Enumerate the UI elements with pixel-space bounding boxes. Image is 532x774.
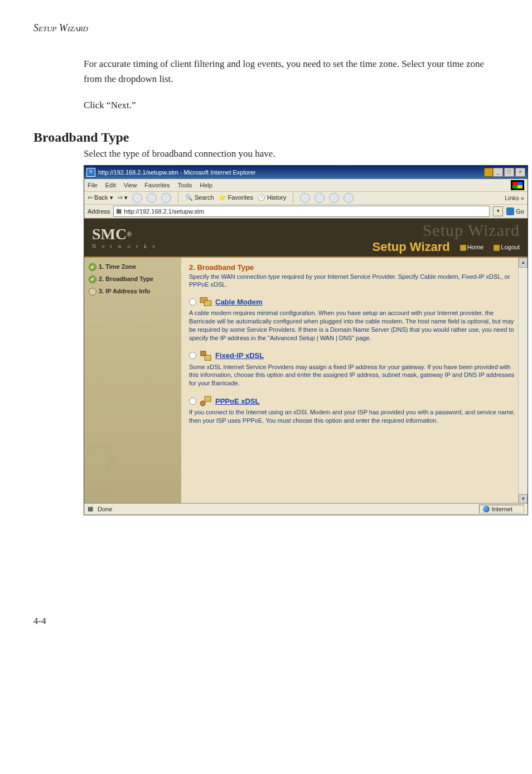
back-button[interactable]: ⇦ Back ▾: [88, 194, 113, 201]
mail-icon[interactable]: [300, 193, 310, 203]
status-zone: Internet: [479, 505, 524, 514]
menu-help[interactable]: Help: [200, 182, 212, 188]
titlebar: e http://192.168.2.1/setupw.stm - Micros…: [84, 166, 528, 179]
status-text: Done: [98, 506, 112, 512]
check-icon: [89, 263, 96, 271]
radio-fixed-ip[interactable]: [189, 352, 196, 359]
scroll-up-icon[interactable]: ▴: [519, 258, 528, 268]
svg-rect-3: [205, 355, 211, 360]
banner-ghost-title: Setup Wizard: [373, 221, 520, 240]
svg-rect-1: [204, 301, 211, 306]
page-icon: ▦: [116, 207, 122, 215]
panel-desc: Specify the WAN connection type required…: [189, 273, 515, 289]
radio-cable-modem[interactable]: [189, 298, 196, 306]
page-number: 4-4: [33, 616, 499, 627]
menu-view[interactable]: View: [124, 182, 137, 188]
section-heading: Broadband Type: [33, 130, 499, 145]
section-subtext: Select the type of broadband connection …: [84, 148, 499, 159]
check-icon: [89, 275, 96, 283]
close-button[interactable]: ×: [515, 168, 525, 177]
svg-point-5: [200, 401, 205, 406]
cable-modem-icon: [200, 296, 212, 307]
desc-pppoe: If you connect to the Internet using an …: [189, 408, 515, 425]
desc-cable-modem: A cable modem requires minimal configura…: [189, 309, 515, 342]
go-icon: [506, 207, 514, 215]
main-panel: ▴ ▾ 2. Broadband Type Specify the WAN co…: [181, 258, 528, 503]
links-label[interactable]: Links »: [505, 195, 524, 201]
radio-pppoe[interactable]: [189, 398, 196, 405]
running-header: Setup Wizard: [33, 22, 499, 34]
throbber-icon: [511, 180, 524, 190]
menubar: File Edit View Favorites Tools Help: [84, 179, 528, 192]
logout-nav-icon: [494, 245, 500, 251]
fixed-ip-icon: [200, 350, 212, 361]
step-bignum: 2: [84, 432, 120, 503]
home-nav-icon: [460, 245, 466, 251]
refresh-icon[interactable]: [147, 193, 157, 203]
logout-link[interactable]: Logout: [494, 244, 520, 250]
panel-title: 2. Broadband Type: [189, 263, 515, 272]
link-cable-modem[interactable]: Cable Modem: [215, 298, 263, 306]
home-icon[interactable]: [161, 193, 171, 203]
titlebar-accent: [484, 168, 493, 177]
favorites-button[interactable]: ⭐ Favorites: [219, 194, 253, 201]
pppoe-icon: [200, 395, 212, 407]
pending-icon: [89, 288, 96, 296]
step-2[interactable]: 2. Broadband Type: [89, 275, 177, 283]
maximize-button[interactable]: □: [504, 168, 514, 177]
forward-button[interactable]: ⇨ ▾: [118, 194, 128, 201]
page-content: SMC® N e t w o r k s Setup Wizard Setup …: [84, 219, 528, 503]
smc-logo: SMC® N e t w o r k s: [84, 225, 157, 249]
desc-fixed-ip: Some xDSL Internet Service Providers may…: [189, 363, 515, 388]
link-pppoe[interactable]: PPPoE xDSL: [215, 397, 259, 405]
banner-wizard-label: Setup Wizard: [373, 240, 450, 254]
svg-rect-4: [205, 396, 211, 401]
minimize-button[interactable]: _: [493, 168, 503, 177]
menu-favorites[interactable]: Favorites: [144, 182, 170, 188]
stop-icon[interactable]: [132, 193, 142, 203]
address-dropdown[interactable]: ▾: [493, 206, 503, 216]
internet-zone-icon: [483, 506, 490, 512]
address-label: Address: [88, 208, 110, 215]
go-button[interactable]: Go: [506, 207, 524, 215]
home-link[interactable]: Home: [460, 244, 483, 250]
addressbar: Address ▦ http://192.168.2.1/setupw.stm …: [84, 205, 528, 219]
step-1[interactable]: 1. Time Zone: [89, 263, 177, 271]
scroll-down-icon[interactable]: ▾: [519, 494, 528, 503]
intro-paragraph-2: Click “Next.”: [84, 98, 485, 113]
ie-icon: e: [86, 168, 95, 177]
browser-window: e http://192.168.2.1/setupw.stm - Micros…: [84, 165, 528, 515]
status-done-icon: ▦: [88, 505, 95, 513]
search-button[interactable]: 🔍 Search: [185, 194, 214, 201]
intro-paragraph-1: For accurate timing of client filtering …: [84, 56, 485, 86]
discuss-icon[interactable]: [344, 193, 354, 203]
address-input[interactable]: ▦ http://192.168.2.1/setupw.stm: [113, 206, 490, 217]
menu-tools[interactable]: Tools: [178, 182, 192, 188]
step-3[interactable]: 3. IP Address Info: [89, 288, 177, 296]
edit-icon[interactable]: [329, 193, 339, 203]
scrollbar[interactable]: ▴ ▾: [518, 258, 528, 503]
link-fixed-ip[interactable]: Fixed-IP xDSL: [215, 351, 264, 360]
menu-edit[interactable]: Edit: [105, 182, 116, 188]
banner: SMC® N e t w o r k s Setup Wizard Setup …: [84, 219, 528, 258]
window-title: http://192.168.2.1/setupw.stm - Microsof…: [98, 169, 482, 176]
history-button[interactable]: 🕑 History: [258, 194, 286, 201]
menu-file[interactable]: File: [88, 182, 98, 188]
wizard-sidebar: 1. Time Zone 2. Broadband Type 3. IP Add…: [84, 258, 181, 503]
statusbar: ▦ Done Internet: [84, 503, 528, 515]
print-icon[interactable]: [315, 193, 325, 203]
toolbar: ⇦ Back ▾ ⇨ ▾ 🔍 Search ⭐ Favorites 🕑 Hist…: [84, 192, 528, 205]
